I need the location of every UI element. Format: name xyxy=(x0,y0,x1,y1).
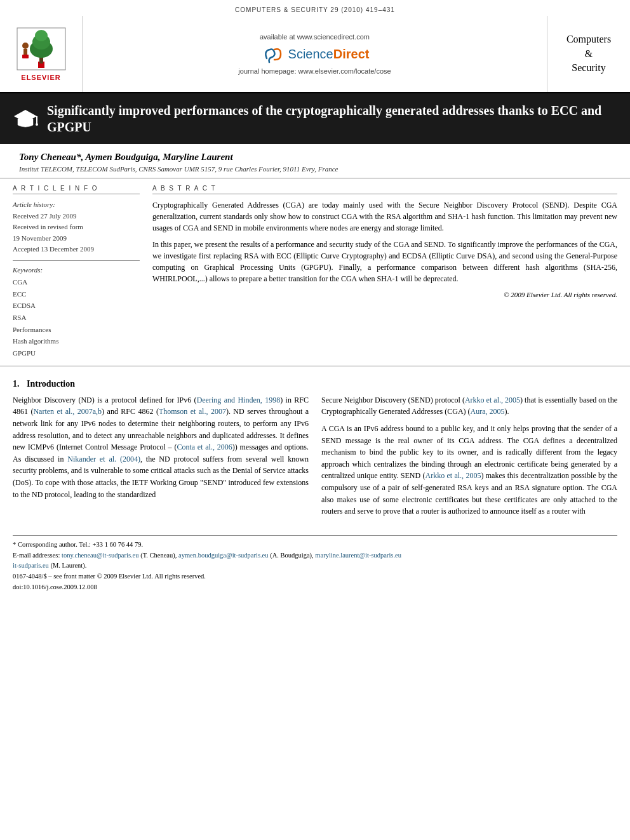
article-info-col: A R T I C L E I N F O Article history: R… xyxy=(13,185,140,359)
ref-nikander[interactable]: Nikander et al. (2004) xyxy=(67,455,140,463)
email3-link[interactable]: maryline.laurent@it-sudparis.eu xyxy=(315,552,401,559)
email3-name: (M. Laurent). xyxy=(51,562,87,569)
paper-title: Significantly improved performances of t… xyxy=(47,102,617,135)
journal-homepage: journal homepage: www.elsevier.com/locat… xyxy=(238,67,391,75)
email2-name: (A. Boudguiga), xyxy=(270,552,314,559)
email-label: E-mail addresses: xyxy=(13,552,60,559)
intro-para-right1: Secure Neighbor Discovery (SEND) protoco… xyxy=(321,394,617,418)
keyword-ecc: ECC xyxy=(13,288,140,300)
sciencedirect-text: ScienceDirect xyxy=(288,47,370,62)
section1-title-text: Introduction xyxy=(27,379,75,389)
ref-arkko2[interactable]: Arkko et al., 2005 xyxy=(425,471,481,480)
divider xyxy=(13,260,140,261)
brand-title: Computers & Security xyxy=(566,32,611,75)
ref-deering[interactable]: Deering and Hinden, 1998 xyxy=(197,396,281,404)
article-info-heading: A R T I C L E I N F O xyxy=(13,185,140,194)
abstract-col: A B S T R A C T Cryptographically Genera… xyxy=(152,185,617,359)
received-date: Received 27 July 2009 xyxy=(13,211,140,222)
authors-section: Tony Cheneau*, Aymen Boudguiga, Maryline… xyxy=(0,144,630,178)
email3-suffix: it-sudparis.eu (M. Laurent). xyxy=(13,561,617,571)
keyword-performances: Performances xyxy=(13,324,140,336)
doi-text: doi:10.1016/j.cose.2009.12.008 xyxy=(13,582,617,593)
footnote-area: * Corresponding author. Tel.: +33 1 60 7… xyxy=(13,535,617,593)
ref-aura[interactable]: Aura, 2005 xyxy=(471,407,505,416)
abstract-para1: Cryptographically Generated Addresses (C… xyxy=(152,199,617,234)
history-label: Article history: xyxy=(13,199,140,211)
computers-security-brand: Computers & Security xyxy=(547,16,630,92)
abstract-heading: A B S T R A C T xyxy=(152,185,617,194)
body-two-col: Neighbor Discovery (ND) is a protocol de… xyxy=(13,394,617,523)
ref-narten[interactable]: Narten et al., 2007a,b xyxy=(33,407,102,416)
email3-link-2[interactable]: it-sudparis.eu xyxy=(13,562,49,569)
keywords-heading: Keywords: xyxy=(13,266,140,274)
corresponding-author: * Corresponding author. Tel.: +33 1 60 7… xyxy=(13,540,617,550)
abstract-copyright: © 2009 Elsevier Ltd. All rights reserved… xyxy=(152,290,617,300)
elsevier-label: ELSEVIER xyxy=(21,74,60,81)
keyword-cga: CGA xyxy=(13,276,140,288)
available-text: available at www.sciencedirect.com xyxy=(260,33,370,41)
intro-para-left: Neighbor Discovery (ND) is a protocol de… xyxy=(13,394,309,500)
article-info-abstract: A R T I C L E I N F O Article history: R… xyxy=(0,178,630,366)
body-col-left: Neighbor Discovery (ND) is a protocol de… xyxy=(13,394,309,523)
abstract-text: Cryptographically Generated Addresses (C… xyxy=(152,199,617,300)
authors-names: Tony Cheneau*, Aymen Boudguiga, Maryline… xyxy=(19,152,611,163)
abstract-para2: In this paper, we present the results of… xyxy=(152,239,617,284)
sciencedirect-logo: ScienceDirect xyxy=(260,44,370,63)
ref-thomson[interactable]: Thomson et al., 2007 xyxy=(159,407,226,416)
svg-rect-8 xyxy=(22,55,29,58)
keyword-rsa: RSA xyxy=(13,312,140,324)
intro-para-right2: A CGA is an IPv6 address bound to a publ… xyxy=(321,423,617,517)
body-col-right: Secure Neighbor Discovery (SEND) protoco… xyxy=(321,394,617,523)
ref-conta[interactable]: Conta et al., 2006 xyxy=(177,443,232,451)
received-revised-date: 19 November 2009 xyxy=(13,233,140,244)
paper-title-banner: Significantly improved performances of t… xyxy=(0,93,630,144)
section1-title: 1. Introduction xyxy=(13,379,617,389)
email-footnote: E-mail addresses: tony.cheneau@it-sudpar… xyxy=(13,550,617,561)
email1-name: (T. Cheneau), xyxy=(140,552,177,559)
email1-link[interactable]: tony.cheneau@it-sudparis.eu xyxy=(62,552,139,559)
svg-point-4 xyxy=(35,30,48,41)
keyword-gpgpu: GPGPU xyxy=(13,347,140,359)
keyword-hash: Hash algorithms xyxy=(13,335,140,347)
keyword-ecdsa: ECDSA xyxy=(13,300,140,312)
accepted-date: Accepted 13 December 2009 xyxy=(13,244,140,255)
email2-link[interactable]: aymen.boudguiga@it-sudparis.eu xyxy=(178,552,268,559)
ref-arkko1[interactable]: Arkko et al., 2005 xyxy=(465,396,520,404)
body-content: 1. Introduction Neighbor Discovery (ND) … xyxy=(0,366,630,606)
journal-middle-header: available at www.sciencedirect.com Scien… xyxy=(83,16,547,92)
svg-point-11 xyxy=(36,123,38,126)
journal-top-bar: COMPUTERS & SECURITY 29 (2010) 419–431 xyxy=(0,4,630,16)
license-text: 0167-4048/$ – see front matter © 2009 El… xyxy=(13,571,617,582)
section1-number: 1. xyxy=(13,379,20,389)
elsevier-logo: ELSEVIER xyxy=(0,16,83,92)
svg-point-6 xyxy=(22,43,29,49)
received-revised-label: Received in revised form xyxy=(13,222,140,233)
affiliation: Institut TELECOM, TELECOM SudParis, CNRS… xyxy=(19,165,611,173)
